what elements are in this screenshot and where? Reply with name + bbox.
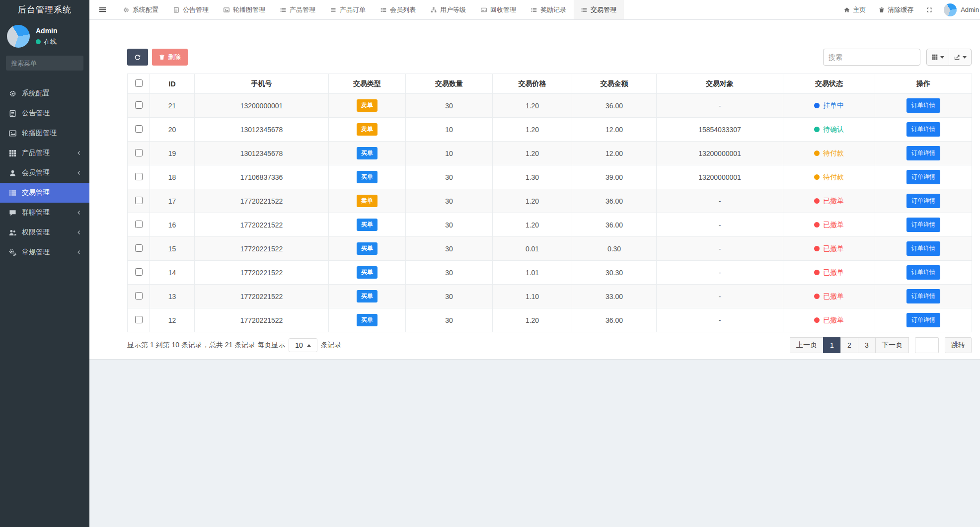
- summary-suffix: 条记录: [321, 341, 342, 350]
- row-checkbox[interactable]: [135, 173, 143, 180]
- sidebar-item-label: 轮播图管理: [22, 129, 81, 138]
- sidebar-item-group-chat[interactable]: 群聊管理: [0, 203, 89, 223]
- row-checkbox[interactable]: [135, 149, 143, 156]
- tab-label: 产品管理: [290, 5, 315, 14]
- cell-status: 已撤单: [783, 237, 875, 261]
- tab-label: 奖励记录: [540, 5, 566, 14]
- online-dot-icon: [36, 39, 41, 44]
- page-button-1[interactable]: 1: [823, 337, 841, 353]
- cell-counterparty: -: [657, 308, 783, 332]
- cell-type: 买单: [329, 142, 406, 165]
- row-checkbox[interactable]: [135, 125, 143, 133]
- delete-label: 删除: [168, 53, 181, 62]
- cell-qty: 30: [406, 94, 493, 118]
- order-detail-button[interactable]: 订单详情: [906, 265, 940, 280]
- cell-qty: 10: [406, 142, 493, 165]
- next-page-button[interactable]: 下一页: [875, 337, 909, 353]
- tab-product-orders[interactable]: 产品订单: [323, 0, 373, 19]
- sidebar-item-permissions[interactable]: 权限管理: [0, 223, 89, 242]
- trade-type-badge: 买单: [357, 147, 377, 159]
- cell-status: 已撤单: [783, 213, 875, 237]
- chevron-down-icon: [963, 56, 967, 59]
- page-list: 上一页 1 2 3 下一页: [790, 337, 909, 353]
- tab-member-list[interactable]: 会员列表: [373, 0, 423, 19]
- status-badge: 已撤单: [814, 292, 844, 301]
- row-checkbox[interactable]: [135, 292, 143, 300]
- cell-actions: 订单详情: [875, 261, 972, 285]
- navbar-user-name[interactable]: Admin: [961, 6, 980, 13]
- order-detail-button[interactable]: 订单详情: [906, 218, 940, 232]
- fullscreen-button[interactable]: [920, 0, 939, 19]
- select-all-checkbox[interactable]: [135, 79, 143, 87]
- sidebar-toggle-button[interactable]: [89, 0, 116, 19]
- order-detail-button[interactable]: 订单详情: [906, 313, 940, 327]
- sidebar-item-members[interactable]: 会员管理: [0, 163, 89, 183]
- jump-button[interactable]: 跳转: [945, 337, 972, 353]
- delete-button[interactable]: 删除: [152, 49, 188, 66]
- refresh-button[interactable]: [127, 49, 148, 66]
- cogs-icon: [9, 249, 16, 256]
- sidebar-item-carousel[interactable]: 轮播图管理: [0, 123, 89, 143]
- row-checkbox[interactable]: [135, 244, 143, 252]
- order-detail-button[interactable]: 订单详情: [906, 98, 940, 113]
- cell-amount: 36.00: [572, 189, 657, 213]
- tab-system-config[interactable]: 系统配置: [116, 0, 166, 19]
- prev-page-button[interactable]: 上一页: [790, 337, 824, 353]
- list-icon: [581, 7, 587, 13]
- sidebar-item-system-config[interactable]: 系统配置: [0, 83, 89, 103]
- tab-user-levels[interactable]: 用户等级: [423, 0, 473, 19]
- order-detail-button[interactable]: 订单详情: [906, 194, 940, 208]
- sidebar-item-products[interactable]: 产品管理: [0, 143, 89, 163]
- main-area: 系统配置 公告管理 轮播图管理 产品管理 产品订单: [89, 0, 980, 527]
- avatar[interactable]: [944, 3, 957, 16]
- column-header-id: ID: [150, 74, 195, 94]
- clear-cache-button[interactable]: 清除缓存: [872, 0, 920, 19]
- cell-price: 1.30: [493, 165, 572, 189]
- export-dropdown-button[interactable]: [949, 49, 972, 66]
- columns-dropdown-button[interactable]: [926, 49, 949, 66]
- cell-qty: 30: [406, 165, 493, 189]
- tab-trades[interactable]: 交易管理: [574, 0, 624, 19]
- order-detail-button[interactable]: 订单详情: [906, 170, 940, 184]
- tab-recycle[interactable]: 回收管理: [473, 0, 524, 19]
- order-detail-button[interactable]: 订单详情: [906, 146, 940, 160]
- column-header-price: 交易价格: [493, 74, 572, 94]
- cell-status: 待付款: [783, 165, 875, 189]
- sidebar-item-trades[interactable]: 交易管理: [0, 183, 89, 203]
- row-checkbox[interactable]: [135, 101, 143, 109]
- sidebar-item-general[interactable]: 常规管理: [0, 242, 89, 262]
- page-button-2[interactable]: 2: [840, 337, 858, 353]
- home-button[interactable]: 主页: [837, 0, 872, 19]
- tab-announcements[interactable]: 公告管理: [166, 0, 216, 19]
- status-label: 已撤单: [823, 197, 844, 206]
- order-detail-button[interactable]: 订单详情: [906, 241, 940, 256]
- status-badge: 待付款: [814, 173, 844, 182]
- cell-status: 挂单中: [783, 94, 875, 118]
- row-checkbox[interactable]: [135, 197, 143, 204]
- row-checkbox[interactable]: [135, 316, 143, 323]
- list-icon: [9, 189, 16, 197]
- page-button-3[interactable]: 3: [858, 337, 876, 353]
- sidebar-item-announcements[interactable]: 公告管理: [0, 103, 89, 123]
- avatar[interactable]: [7, 25, 30, 48]
- cell-type: 买单: [329, 213, 406, 237]
- table-row: 17 17720221522 卖单 30 1.20 36.00 - 已撤单 订单…: [128, 189, 972, 213]
- page-size-dropdown[interactable]: 10: [289, 338, 317, 352]
- table-search-input[interactable]: [823, 49, 920, 66]
- order-detail-button[interactable]: 订单详情: [906, 122, 940, 137]
- tab-products[interactable]: 产品管理: [273, 0, 323, 19]
- cell-qty: 30: [406, 285, 493, 308]
- order-detail-button[interactable]: 订单详情: [906, 289, 940, 303]
- jump-page-input[interactable]: [915, 337, 939, 353]
- tab-reward-records[interactable]: 奖励记录: [524, 0, 574, 19]
- row-checkbox[interactable]: [135, 221, 143, 228]
- cell-counterparty: -: [657, 189, 783, 213]
- chevron-left-icon: [76, 250, 81, 255]
- cell-counterparty: -: [657, 94, 783, 118]
- sidebar-item-label: 常规管理: [22, 248, 71, 257]
- menu-search-input[interactable]: [11, 60, 98, 67]
- tab-label: 会员列表: [390, 5, 416, 14]
- tab-carousel[interactable]: 轮播图管理: [216, 0, 273, 19]
- refresh-icon: [135, 54, 141, 60]
- row-checkbox[interactable]: [135, 268, 143, 276]
